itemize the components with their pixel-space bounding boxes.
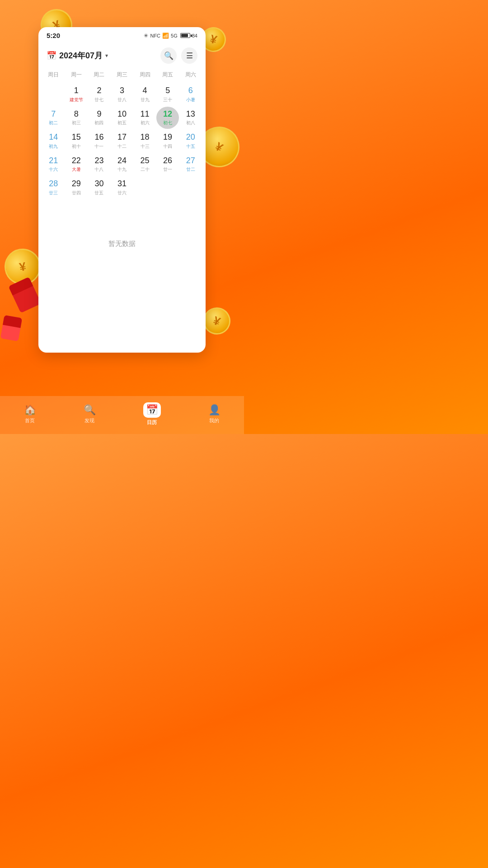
day-cell-0-2[interactable]: 2廿七: [88, 83, 111, 106]
dow-cell-3: 周三: [111, 68, 134, 81]
wifi-icon: 📶: [162, 33, 169, 39]
day-lunar-13: 初八: [186, 120, 195, 126]
day-lunar-31: 廿六: [117, 190, 127, 196]
day-cell-2-1[interactable]: 15初十: [65, 130, 88, 152]
day-lunar-18: 十三: [141, 143, 150, 150]
day-number-20: 20: [186, 132, 195, 142]
day-lunar-8: 初三: [72, 120, 81, 126]
status-icons: ✳ NFC 📶 5G 84: [144, 33, 197, 39]
day-lunar-28: 廿三: [49, 190, 58, 196]
day-cell-4-3[interactable]: 31廿六: [111, 176, 134, 199]
nav-item-1[interactable]: 🔍发现: [84, 404, 96, 424]
menu-button[interactable]: ☰: [181, 47, 197, 64]
day-number-31: 31: [117, 179, 127, 189]
day-cell-1-4[interactable]: 11初六: [133, 107, 156, 129]
day-cell-4-4: [133, 176, 156, 199]
dow-cell-0: 周日: [42, 68, 65, 81]
day-lunar-2: 廿七: [94, 97, 103, 103]
day-number-26: 26: [163, 156, 172, 166]
day-cell-2-3[interactable]: 17十二: [111, 130, 134, 152]
month-year-label: 2024年07月: [59, 50, 103, 61]
day-lunar-26: 廿一: [163, 166, 172, 173]
day-lunar-9: 初四: [94, 120, 103, 126]
day-cell-2-4[interactable]: 18十三: [133, 130, 156, 152]
day-lunar-25: 二十: [141, 166, 150, 173]
search-button[interactable]: 🔍: [160, 47, 177, 64]
day-number-15: 15: [72, 132, 81, 142]
status-bar: 5:20 ✳ NFC 📶 5G 84: [38, 27, 206, 42]
day-number-27: 27: [186, 156, 195, 166]
day-cell-3-1[interactable]: 22大暑: [65, 153, 88, 176]
day-number-7: 7: [51, 109, 56, 119]
day-cell-2-2[interactable]: 16十一: [88, 130, 111, 152]
day-cell-2-5[interactable]: 19十四: [156, 130, 179, 152]
nfc-icon: NFC: [150, 33, 160, 38]
day-lunar-4: 廿九: [141, 97, 150, 103]
nav-label-3: 我的: [209, 417, 219, 424]
day-cell-0-5[interactable]: 5三十: [156, 83, 179, 106]
day-lunar-11: 初六: [141, 120, 150, 126]
day-lunar-21: 十六: [49, 166, 58, 173]
day-lunar-3: 廿八: [117, 97, 127, 103]
day-cell-4-5: [156, 176, 179, 199]
nav-item-3[interactable]: 👤我的: [208, 404, 221, 424]
nav-icon-0: 🏠: [24, 404, 36, 416]
day-lunar-5: 三十: [163, 97, 172, 103]
day-cell-3-3[interactable]: 24十九: [111, 153, 134, 176]
day-cell-3-0[interactable]: 21十六: [42, 153, 65, 176]
day-number-29: 29: [72, 179, 81, 189]
days-of-week-row: 周日周一周二周三周四周五周六: [38, 68, 206, 81]
day-cell-3-6[interactable]: 27廿二: [179, 153, 202, 176]
day-cell-4-0[interactable]: 28廿三: [42, 176, 65, 199]
day-number-25: 25: [141, 156, 150, 166]
calendar-title[interactable]: 📅 2024年07月 ▾: [47, 50, 108, 61]
day-lunar-20: 十五: [186, 143, 195, 150]
day-cell-4-2[interactable]: 30廿五: [88, 176, 111, 199]
day-cell-3-2[interactable]: 23十八: [88, 153, 111, 176]
day-cell-1-6[interactable]: 13初八: [179, 107, 202, 129]
day-cell-1-1[interactable]: 8初三: [65, 107, 88, 129]
day-lunar-12: 初七: [163, 120, 172, 126]
day-cell-1-2[interactable]: 9初四: [88, 107, 111, 129]
day-lunar-19: 十四: [163, 143, 172, 150]
bluetooth-icon: ✳: [144, 33, 148, 39]
day-cell-0-6[interactable]: 6小暑: [179, 83, 202, 106]
day-cell-2-6[interactable]: 20十五: [179, 130, 202, 152]
calendar-actions: 🔍 ☰: [160, 47, 197, 64]
day-cell-3-5[interactable]: 26廿一: [156, 153, 179, 176]
day-cell-0-0: [42, 83, 65, 106]
day-number-18: 18: [141, 132, 150, 142]
day-cell-4-1[interactable]: 29廿四: [65, 176, 88, 199]
dow-cell-6: 周六: [179, 68, 202, 81]
calendar-card: 5:20 ✳ NFC 📶 5G 84 📅 2024年07月 ▾ 🔍 ☰: [38, 27, 206, 353]
day-number-16: 16: [94, 132, 103, 142]
day-number-11: 11: [141, 109, 150, 119]
day-number-8: 8: [74, 109, 79, 119]
day-cell-1-0[interactable]: 7初二: [42, 107, 65, 129]
day-lunar-30: 廿五: [94, 190, 103, 196]
day-cell-0-1[interactable]: 1建党节: [65, 83, 88, 106]
day-lunar-22: 大暑: [72, 166, 81, 173]
calendar-grid: 1建党节2廿七3廿八4廿九5三十6小暑7初二8初三9初四10初五11初六12初七…: [38, 83, 206, 199]
day-number-17: 17: [117, 132, 127, 142]
day-cell-1-5[interactable]: 12初七: [156, 107, 179, 129]
day-cell-0-3[interactable]: 3廿八: [111, 83, 134, 106]
day-cell-3-4[interactable]: 25二十: [133, 153, 156, 176]
day-lunar-14: 初九: [49, 143, 58, 150]
day-number-12: 12: [163, 109, 172, 119]
nav-icon-1: 🔍: [84, 404, 96, 416]
day-number-13: 13: [186, 109, 195, 119]
day-lunar-1: 建党节: [70, 97, 83, 103]
nav-item-0[interactable]: 🏠首页: [24, 404, 36, 424]
nav-item-2[interactable]: 📅日历: [143, 402, 161, 426]
day-lunar-17: 十二: [117, 143, 127, 150]
day-cell-2-0[interactable]: 14初九: [42, 130, 65, 152]
calendar-icon: 📅: [47, 51, 56, 61]
day-cell-0-4[interactable]: 4廿九: [133, 83, 156, 106]
red-envelope-2: [0, 315, 22, 341]
dow-cell-4: 周四: [133, 68, 156, 81]
day-number-9: 9: [97, 109, 101, 119]
day-cell-1-3[interactable]: 10初五: [111, 107, 134, 129]
day-lunar-7: 初二: [49, 120, 58, 126]
dropdown-arrow-icon[interactable]: ▾: [105, 52, 108, 59]
